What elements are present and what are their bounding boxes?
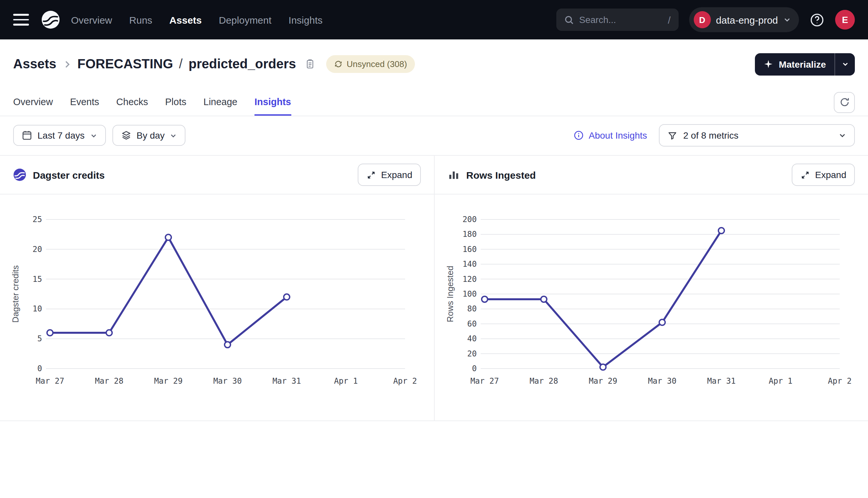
page-header: Assets FORECASTING / predicted_orders bbox=[0, 39, 868, 89]
granularity-dropdown[interactable]: By day bbox=[112, 125, 186, 146]
breadcrumb-group-link[interactable]: FORECASTING bbox=[77, 56, 173, 71]
nav-item-deployment[interactable]: Deployment bbox=[219, 14, 271, 25]
materialize-button[interactable]: Materialize bbox=[755, 53, 834, 75]
svg-text:200: 200 bbox=[463, 215, 477, 224]
search-icon bbox=[564, 15, 574, 25]
unsynced-status-badge[interactable]: Unsynced (308) bbox=[326, 55, 415, 73]
svg-text:Mar 31: Mar 31 bbox=[707, 377, 736, 386]
about-insights-link[interactable]: About Insights bbox=[574, 130, 647, 141]
date-range-dropdown[interactable]: Last 7 days bbox=[13, 125, 105, 146]
svg-text:0: 0 bbox=[38, 364, 42, 373]
materialize-label: Materialize bbox=[779, 59, 826, 69]
top-nav: Overview Runs Assets Deployment Insights… bbox=[0, 0, 868, 39]
chart-title: Rows Ingested bbox=[466, 169, 536, 180]
tab-events[interactable]: Events bbox=[70, 89, 99, 116]
svg-text:10: 10 bbox=[33, 304, 42, 313]
sparkle-icon bbox=[764, 59, 774, 69]
metrics-filter-select[interactable]: 2 of 8 metrics bbox=[659, 124, 855, 146]
svg-text:25: 25 bbox=[33, 215, 42, 224]
calendar-icon bbox=[22, 130, 32, 141]
tab-plots[interactable]: Plots bbox=[165, 89, 187, 116]
svg-text:15: 15 bbox=[33, 275, 42, 284]
chevron-right-icon bbox=[62, 60, 71, 69]
expand-label: Expand bbox=[381, 170, 412, 180]
insights-filter-bar: Last 7 days By day Ab bbox=[0, 116, 868, 155]
panel-header: Rows Ingested Expand bbox=[435, 156, 868, 195]
page-title: predicted_orders bbox=[188, 56, 296, 71]
tab-lineage[interactable]: Lineage bbox=[204, 89, 238, 116]
dagster-logo[interactable] bbox=[41, 10, 61, 29]
user-avatar[interactable]: E bbox=[835, 10, 855, 29]
about-insights-label: About Insights bbox=[589, 130, 647, 141]
tabs: Overview Events Checks Plots Lineage Ins… bbox=[13, 89, 291, 116]
help-button[interactable] bbox=[809, 12, 825, 27]
svg-text:Mar 29: Mar 29 bbox=[589, 377, 617, 386]
svg-text:140: 140 bbox=[463, 260, 477, 269]
svg-text:40: 40 bbox=[467, 334, 477, 343]
metrics-filter-label: 2 of 8 metrics bbox=[683, 130, 739, 141]
svg-text:5: 5 bbox=[38, 334, 42, 343]
org-avatar: D bbox=[694, 11, 711, 28]
svg-text:Mar 30: Mar 30 bbox=[648, 377, 677, 386]
chevron-down-icon bbox=[839, 131, 846, 139]
tab-checks[interactable]: Checks bbox=[116, 89, 148, 116]
help-icon bbox=[809, 12, 825, 27]
chevron-down-icon bbox=[90, 132, 97, 139]
insights-charts-grid: Dagster credits Expand 0510152025Mar 27M… bbox=[0, 155, 868, 421]
svg-text:Mar 29: Mar 29 bbox=[154, 377, 183, 386]
org-switcher[interactable]: D data-eng-prod bbox=[689, 7, 799, 32]
copy-asset-name-button[interactable] bbox=[305, 58, 316, 70]
funnel-icon bbox=[667, 130, 677, 140]
hamburger-menu-icon[interactable] bbox=[13, 14, 29, 26]
nav-item-insights[interactable]: Insights bbox=[289, 14, 322, 25]
app-root: Overview Runs Assets Deployment Insights… bbox=[0, 0, 868, 498]
refresh-button[interactable] bbox=[834, 92, 855, 113]
expand-label: Expand bbox=[815, 170, 846, 180]
svg-text:Mar 27: Mar 27 bbox=[471, 377, 499, 386]
svg-text:Mar 27: Mar 27 bbox=[36, 377, 64, 386]
chevron-down-icon bbox=[170, 132, 177, 139]
top-nav-right: / D data-eng-prod E bbox=[556, 7, 855, 32]
nav-item-runs[interactable]: Runs bbox=[129, 14, 152, 25]
nav-item-overview[interactable]: Overview bbox=[71, 14, 112, 25]
search-shortcut-hint: / bbox=[668, 14, 671, 25]
status-badge-label: Unsynced (308) bbox=[346, 59, 407, 69]
nav-item-assets[interactable]: Assets bbox=[169, 14, 202, 25]
info-icon bbox=[574, 130, 584, 141]
svg-text:Mar 31: Mar 31 bbox=[272, 377, 301, 386]
panel-header: Dagster credits Expand bbox=[0, 156, 434, 195]
svg-text:Mar 28: Mar 28 bbox=[95, 377, 124, 386]
svg-text:Dagster credits: Dagster credits bbox=[11, 265, 21, 323]
svg-text:180: 180 bbox=[463, 230, 477, 239]
svg-text:Mar 28: Mar 28 bbox=[530, 377, 558, 386]
org-name: data-eng-prod bbox=[716, 14, 778, 25]
dagster-credits-panel: Dagster credits Expand 0510152025Mar 27M… bbox=[0, 156, 434, 420]
dagster-logo-icon bbox=[41, 10, 61, 29]
expand-icon bbox=[366, 170, 376, 180]
rows-ingested-chart: 020406080100120140160180200Mar 27Mar 28M… bbox=[435, 195, 868, 420]
tab-actions bbox=[834, 89, 855, 116]
clipboard-icon bbox=[305, 58, 316, 70]
search-box[interactable]: / bbox=[556, 9, 679, 31]
materialize-split-button: Materialize bbox=[755, 53, 855, 75]
materialize-dropdown-button[interactable] bbox=[835, 53, 855, 75]
breadcrumb-assets-link[interactable]: Assets bbox=[13, 56, 56, 71]
breadcrumb: Assets FORECASTING / predicted_orders bbox=[13, 56, 316, 71]
sync-icon bbox=[334, 60, 343, 68]
expand-button[interactable]: Expand bbox=[357, 163, 421, 186]
svg-text:Mar 30: Mar 30 bbox=[213, 377, 242, 386]
refresh-icon bbox=[839, 96, 850, 108]
layers-icon bbox=[121, 130, 131, 141]
breadcrumb-separator: / bbox=[179, 56, 182, 71]
tab-insights[interactable]: Insights bbox=[255, 89, 291, 116]
bar-chart-icon bbox=[448, 169, 460, 181]
filter-bar-right: About Insights 2 of 8 metrics bbox=[574, 124, 855, 146]
svg-text:0: 0 bbox=[472, 364, 477, 373]
svg-text:Apr 2: Apr 2 bbox=[828, 377, 852, 386]
svg-text:20: 20 bbox=[467, 349, 477, 358]
search-input[interactable] bbox=[579, 14, 663, 25]
svg-text:120: 120 bbox=[463, 275, 477, 284]
svg-text:20: 20 bbox=[33, 245, 42, 254]
tab-overview[interactable]: Overview bbox=[13, 89, 53, 116]
expand-button[interactable]: Expand bbox=[791, 163, 855, 186]
